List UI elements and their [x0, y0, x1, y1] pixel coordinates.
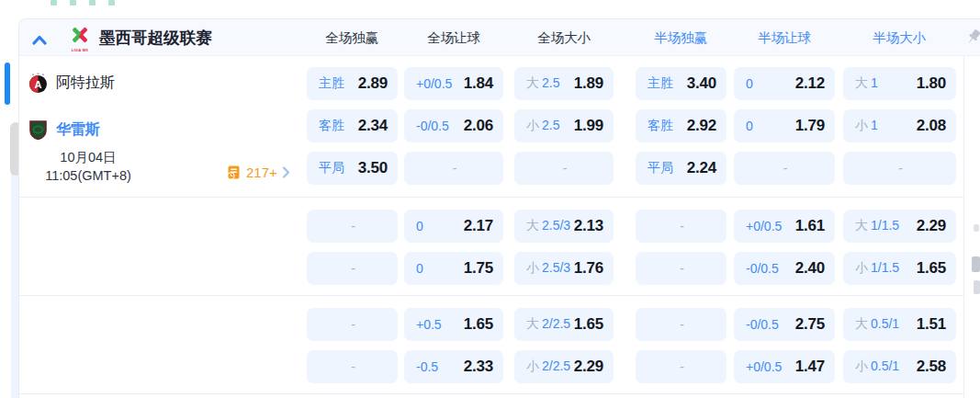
away-team-name: 华雷斯: [56, 120, 100, 140]
match-time: 10月04日 11:05(GMT+8): [19, 148, 157, 185]
odds-empty-placeholder: -: [351, 317, 355, 332]
odds-cell: -: [636, 350, 727, 383]
odds-cell: -: [636, 308, 727, 341]
odds-cell[interactable]: 01.79: [734, 109, 835, 142]
odds-cell[interactable]: 大1/1.52.29: [843, 210, 956, 243]
market-column-header[interactable]: 半场独赢: [630, 19, 731, 56]
odds-label: 大2.5/3: [526, 218, 570, 234]
odds-cell[interactable]: 平局2.24: [636, 152, 727, 185]
over-under-prefix: 大: [526, 316, 539, 331]
more-markets-link[interactable]: 217+: [226, 163, 290, 181]
odds-cell[interactable]: 小2.51.99: [514, 109, 614, 142]
league-header: LIGA MX 墨西哥超级联赛 全场独赢全场让球全场大小半场独赢半场让球半场大小: [19, 19, 980, 56]
over-under-prefix: 小: [526, 260, 539, 275]
odds-value: 1.76: [574, 259, 603, 278]
odds-value: 1.84: [464, 74, 493, 93]
odds-empty-placeholder: -: [680, 359, 684, 374]
away-team-row[interactable]: 华雷斯: [28, 119, 100, 141]
clipped-edge-icon: [974, 224, 979, 232]
odds-label: 小2.5: [526, 118, 559, 134]
market-column-header[interactable]: 全场独赢: [301, 19, 402, 56]
market-column-header[interactable]: 半场大小: [849, 19, 950, 56]
market-column-header[interactable]: 半场让球: [734, 19, 835, 56]
odds-value: 2.24: [687, 159, 716, 177]
chevron-right-icon: [282, 166, 290, 178]
odds-label: -0.5: [416, 359, 438, 374]
market-column-header[interactable]: 全场让球: [403, 19, 504, 56]
pin-icon[interactable]: [964, 28, 980, 46]
odds-value: 1.80: [917, 74, 946, 93]
odds-cell[interactable]: 大2.5/32.13: [514, 210, 614, 243]
odds-label: 小1: [855, 118, 878, 134]
home-team-logo-icon: A: [28, 73, 48, 94]
odds-cell[interactable]: -0/0.52.75: [734, 308, 835, 341]
odds-cell[interactable]: +0/0.51.61: [734, 210, 835, 243]
odds-label: 大2/2.5: [526, 316, 570, 333]
odds-cell[interactable]: 平局3.50: [307, 152, 398, 185]
odds-cell[interactable]: 主胜2.89: [307, 67, 398, 100]
league-logo-caption: LIGA MX: [69, 49, 91, 52]
odds-cell: -: [307, 252, 398, 285]
odds-cell: -: [307, 210, 398, 243]
collapse-button[interactable]: [32, 32, 47, 42]
market-column-header[interactable]: 全场大小: [513, 19, 614, 56]
panel-right-divider: [963, 56, 964, 398]
odds-label: 客胜: [319, 118, 344, 134]
odds-cell[interactable]: -0/0.52.06: [404, 109, 503, 142]
odds-cell[interactable]: 小12.08: [843, 109, 956, 142]
odds-cell[interactable]: 01.75: [404, 252, 503, 285]
odds-label: 0: [416, 261, 423, 276]
chevron-up-icon: [32, 35, 47, 45]
odds-cell[interactable]: 大2/2.51.65: [514, 308, 614, 341]
over-under-prefix: 大: [855, 218, 868, 233]
odds-cell[interactable]: 02.17: [404, 210, 503, 243]
odds-cell[interactable]: 主胜3.40: [636, 67, 727, 100]
odds-cell[interactable]: -0.52.33: [404, 350, 503, 383]
odds-cell[interactable]: +0/0.51.47: [734, 350, 835, 383]
clipped-row-above: [51, 0, 115, 7]
odds-empty-placeholder: -: [563, 161, 568, 176]
odds-value: 2.06: [464, 117, 493, 135]
odds-cell: -: [734, 152, 835, 185]
odds-cell[interactable]: 大11.80: [843, 67, 956, 100]
odds-cell[interactable]: +0/0.51.84: [404, 67, 503, 100]
odds-label: +0/0.5: [746, 359, 782, 374]
odds-value: 1.79: [795, 117, 825, 135]
odds-value: 1.61: [795, 217, 825, 235]
odds-label: 0: [416, 219, 423, 233]
odds-cell[interactable]: 小1/1.51.65: [843, 252, 956, 285]
odds-empty-placeholder: -: [783, 161, 788, 176]
odds-cell[interactable]: 大2.51.89: [514, 67, 614, 100]
over-under-prefix: 小: [855, 118, 868, 132]
odds-value: 1.75: [464, 259, 493, 278]
odds-label: 大1: [855, 75, 878, 92]
odds-cell[interactable]: -0/0.52.40: [734, 252, 835, 285]
odds-cell: -: [307, 308, 398, 341]
home-team-row[interactable]: A 阿特拉斯: [28, 72, 115, 94]
group-divider: [19, 393, 963, 394]
odds-cell[interactable]: 大0.5/11.51: [843, 308, 956, 341]
odds-value: 2.29: [574, 358, 603, 376]
odds-cell[interactable]: 小2.5/31.76: [514, 252, 614, 285]
odds-value: 2.08: [917, 117, 946, 135]
odds-cell[interactable]: 小0.5/12.58: [843, 350, 956, 383]
odds-cell: -: [514, 152, 614, 185]
odds-cell[interactable]: 客胜2.92: [636, 109, 727, 142]
away-team-logo-icon: [28, 119, 48, 140]
match-clock-line: 11:05(GMT+8): [19, 166, 157, 185]
markets-count: 217+: [246, 165, 277, 180]
odds-label: -0/0.5: [416, 119, 449, 133]
odds-cell[interactable]: 02.12: [734, 67, 835, 100]
odds-value: 2.34: [358, 117, 388, 135]
clipped-edge-icon: [972, 256, 980, 272]
scrollbar-thumb-blue[interactable]: [5, 63, 10, 105]
odds-cell[interactable]: 小2/2.52.29: [514, 350, 614, 383]
odds-label: 大0.5/1: [855, 316, 899, 333]
odds-value: 1.47: [795, 358, 825, 376]
odds-value: 1.65: [574, 315, 603, 334]
odds-cell[interactable]: 客胜2.34: [307, 109, 398, 142]
over-under-prefix: 大: [526, 218, 539, 233]
odds-cell[interactable]: +0.51.65: [404, 308, 503, 341]
odds-empty-placeholder: -: [351, 261, 355, 276]
odds-empty-placeholder: -: [680, 317, 684, 332]
